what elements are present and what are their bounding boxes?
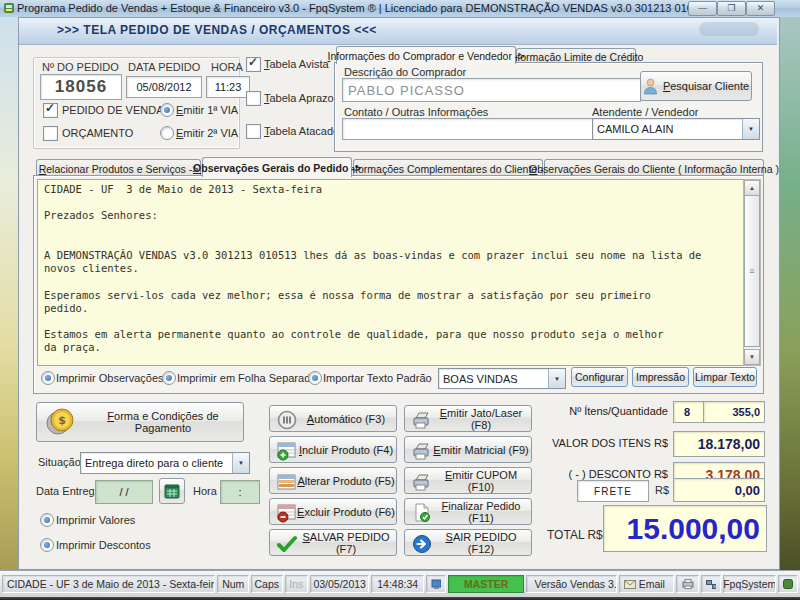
- tab-credit-limit-label: Informação Limite de Crédito: [509, 51, 644, 63]
- tab-products-label: Relacionar Produtos e Serviços ->: [39, 163, 199, 175]
- observations-textarea[interactable]: CIDADE - UF 3 de Maio de 2013 - Sexta-fe…: [37, 179, 745, 366]
- printer-icon: [411, 440, 432, 461]
- orcamento-label: ORÇAMENTO: [62, 127, 133, 139]
- calendar-button[interactable]: [159, 478, 185, 504]
- search-client-label: Pesquisar Cliente: [663, 80, 749, 92]
- form-header: >>> TELA PEDIDO DE VENDAS / ORÇAMENTOS <…: [19, 18, 777, 45]
- emitir-matricial-label: Emitir Matricial (F9): [433, 444, 528, 456]
- automatico-button[interactable]: Automático (F3): [269, 405, 397, 432]
- sair-pedido-label: SAIR PEDIDO (F12): [431, 531, 531, 555]
- situacao-value: Entrega direto para o cliente: [81, 457, 232, 469]
- attendant-label: Atendente / Vendedor: [592, 106, 698, 118]
- status-brand: FpqSystem: [723, 575, 776, 593]
- frete-box[interactable]: FRETE: [577, 480, 649, 502]
- status-printer-icon[interactable]: [676, 575, 700, 593]
- tabela-avista-checkbox[interactable]: [246, 57, 261, 72]
- frete-field: 0,00: [673, 478, 765, 502]
- items-value-label: VALOR DOS ITENS R$: [545, 437, 668, 449]
- maximize-button[interactable]: ❐: [717, 1, 746, 16]
- attendant-value: CAMILO ALAIN: [593, 123, 742, 135]
- sair-pedido-button[interactable]: SAIR PEDIDO (F12): [404, 529, 532, 556]
- tab-buyer-seller-label: Informações do Comprador e Vendedor ->: [328, 50, 525, 62]
- print-observations-radio[interactable]: [41, 371, 55, 385]
- header-watermark: [699, 22, 759, 36]
- coin-icon: $: [45, 408, 75, 436]
- dropdown-arrow-icon[interactable]: [232, 453, 249, 473]
- order-number-label: Nº DO PEDIDO: [42, 61, 119, 73]
- order-number-field[interactable]: 18056: [40, 74, 122, 100]
- tab-client-info-label: Informações Complementares do Cliente ->: [346, 163, 549, 175]
- form-title: >>> TELA PEDIDO DE VENDAS / ORÇAMENTOS <…: [57, 23, 377, 37]
- person-icon: [643, 78, 658, 95]
- total-field: 15.000,00: [603, 505, 767, 552]
- print-observations-label: Imprimir Observações: [56, 372, 164, 384]
- dropdown-arrow-icon[interactable]: [548, 369, 565, 388]
- scroll-up-icon[interactable]: ▲: [744, 180, 760, 196]
- status-caps: Caps: [251, 575, 283, 593]
- finalizar-pedido-button[interactable]: Finalizar Pedido (F11): [404, 498, 532, 525]
- tabela-aprazo-checkbox[interactable]: [246, 91, 261, 106]
- order-date-field[interactable]: 05/08/2012: [126, 76, 202, 98]
- situacao-select[interactable]: Entrega direto para o cliente: [80, 452, 250, 474]
- items-qty-label: Nº Ítens/Quantidade: [545, 405, 668, 417]
- emitir-jato-button[interactable]: Emitir Jato/Laser (F8): [404, 405, 532, 432]
- status-master-badge: MASTER: [448, 575, 525, 593]
- printer-icon: [411, 471, 432, 492]
- payment-button-label: Forma e Condições de Pagamento: [83, 410, 243, 434]
- situacao-label: Situação: [38, 456, 81, 468]
- excluir-produto-label: Excluir Produto (F6): [297, 506, 395, 518]
- order-hour-field[interactable]: 11:23: [206, 76, 250, 98]
- payment-button[interactable]: $ Forma e Condições de Pagamento: [36, 402, 244, 442]
- emitir-cupom-button[interactable]: Emitir CUPOM (F10): [404, 467, 532, 494]
- finalizar-pedido-label: Finalizar Pedido (F11): [431, 500, 531, 524]
- via2-radio[interactable]: [160, 126, 174, 140]
- dropdown-arrow-icon[interactable]: [742, 119, 759, 139]
- tabela-atacado-checkbox[interactable]: [246, 124, 261, 139]
- tab-order-notes[interactable]: Observações Gerais do Pedido ->: [202, 157, 352, 177]
- import-template-radio[interactable]: [308, 371, 322, 385]
- data-entrega-field[interactable]: / /: [95, 480, 153, 504]
- tab-buyer-seller[interactable]: Informações do Comprador e Vendedor ->: [336, 46, 516, 64]
- print-button[interactable]: Impressão: [632, 367, 689, 387]
- orcamento-checkbox[interactable]: [43, 126, 58, 141]
- scroll-down-icon[interactable]: ▼: [744, 349, 760, 365]
- pedido-venda-checkbox[interactable]: [43, 103, 58, 118]
- hora-entrega-field[interactable]: :: [220, 480, 260, 504]
- print-discounts-radio[interactable]: [40, 538, 54, 552]
- observations-scrollbar[interactable]: ▲ ▼: [743, 179, 761, 366]
- alterar-produto-button[interactable]: Alterar Produto (F5): [269, 467, 397, 494]
- incluir-produto-button[interactable]: Incluir Produto (F4): [269, 436, 397, 463]
- tab-order-notes-label: Observações Gerais do Pedido ->: [193, 162, 361, 174]
- svg-text:$: $: [58, 414, 66, 427]
- via2-label: Emitir 2ª VIA: [176, 127, 238, 139]
- template-value: BOAS VINDAS: [439, 373, 548, 385]
- status-location: CIDADE - UF 3 de Maio de 2013 - Sexta-fe…: [2, 575, 215, 593]
- buyer-desc-label: Descrição do Comprador: [344, 66, 466, 78]
- clear-text-button[interactable]: Limpar Texto: [693, 367, 757, 387]
- separate-sheet-radio[interactable]: [162, 371, 176, 385]
- window-title: Programa Pedido de Vendas + Estoque & Fi…: [17, 2, 711, 14]
- configure-button[interactable]: Configurar: [571, 367, 628, 387]
- attendant-select[interactable]: CAMILO ALAIN: [592, 118, 760, 140]
- status-version-label: Versão Vendas 3.0: [534, 578, 616, 590]
- minimize-button[interactable]: —: [688, 1, 717, 16]
- via1-radio[interactable]: [160, 103, 174, 117]
- salvar-pedido-label: SALVAR PEDIDO (F7): [296, 531, 396, 555]
- close-button[interactable]: ✕: [746, 1, 775, 16]
- status-bar: CIDADE - UF 3 de Maio de 2013 - Sexta-fe…: [0, 570, 800, 597]
- status-email[interactable]: Email: [619, 575, 674, 593]
- emitir-matricial-button[interactable]: Emitir Matricial (F9): [404, 436, 532, 463]
- salvar-pedido-button[interactable]: SALVAR PEDIDO (F7): [269, 529, 397, 556]
- items-count-field: 8: [673, 401, 705, 423]
- desktop-strip-left: [0, 17, 18, 570]
- contact-input[interactable]: [342, 118, 594, 140]
- print-values-radio[interactable]: [40, 513, 54, 527]
- table-edit-icon: [276, 471, 297, 492]
- template-select[interactable]: BOAS VINDAS: [438, 368, 566, 389]
- excluir-produto-button[interactable]: Excluir Produto (F6): [269, 498, 397, 525]
- discount-label: ( - ) DESCONTO R$: [545, 468, 668, 480]
- buyer-desc-input[interactable]: PABLO PICASSO: [342, 78, 641, 102]
- search-client-button[interactable]: Pesquisar Cliente: [640, 71, 752, 101]
- document-check-icon: [411, 502, 432, 523]
- scroll-thumb[interactable]: [744, 195, 760, 347]
